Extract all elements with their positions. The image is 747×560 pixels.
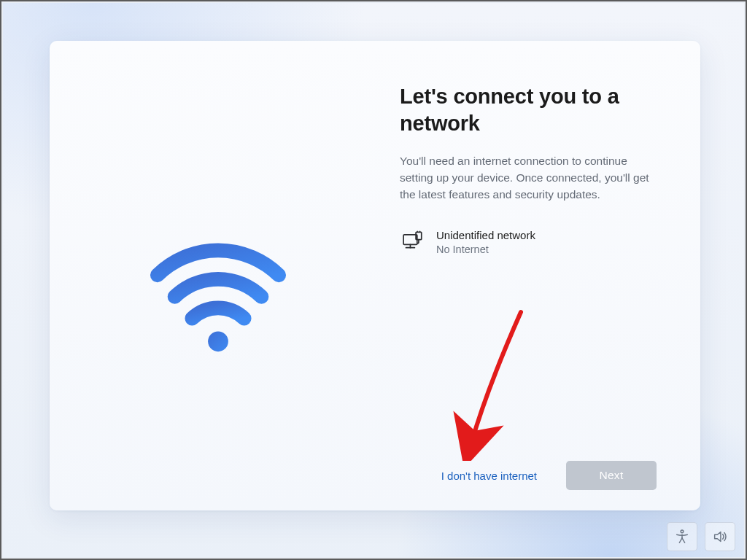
accessibility-button[interactable]: [667, 522, 697, 551]
volume-button[interactable]: [705, 522, 735, 551]
footer-actions: I don't have internet Next: [400, 461, 657, 490]
illustration-pane: [50, 41, 371, 510]
svg-rect-1: [403, 235, 417, 245]
wifi-icon: [146, 220, 290, 365]
page-description: You'll need an internet connection to co…: [400, 153, 657, 203]
page-heading: Let's connect you to a network: [400, 83, 657, 137]
ethernet-icon: [400, 230, 425, 254]
accessibility-icon: [674, 529, 690, 545]
setup-card: Let's connect you to a network You'll ne…: [50, 41, 700, 510]
network-text: Unidentified network No Internet: [436, 228, 535, 256]
svg-point-3: [681, 530, 684, 533]
svg-point-0: [208, 331, 228, 351]
content-pane: Let's connect you to a network You'll ne…: [371, 41, 700, 510]
taskbar-tray: [667, 522, 735, 551]
network-status: No Internet: [436, 243, 535, 257]
volume-icon: [712, 529, 728, 545]
next-button[interactable]: Next: [566, 461, 657, 490]
skip-internet-link[interactable]: I don't have internet: [441, 470, 537, 482]
network-item[interactable]: Unidentified network No Internet: [400, 227, 657, 257]
network-name: Unidentified network: [436, 228, 535, 243]
